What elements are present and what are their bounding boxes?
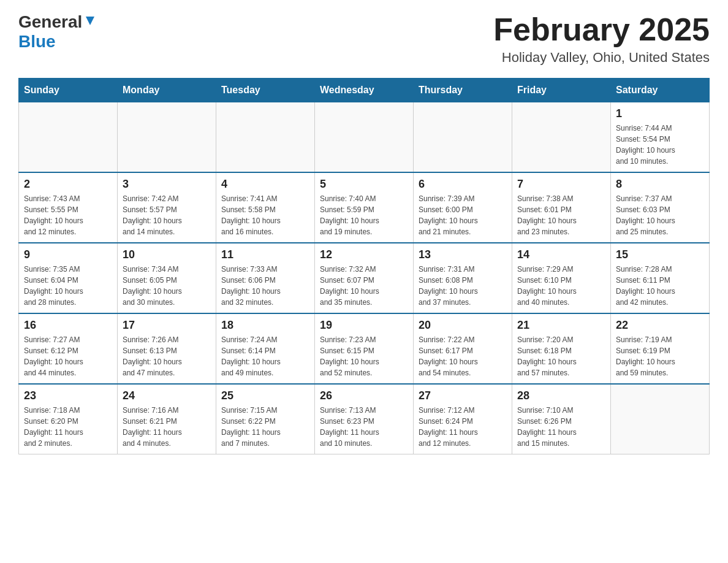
day-number: 28 [517, 389, 605, 402]
day-info: Sunrise: 7:16 AMSunset: 6:21 PMDaylight:… [123, 405, 211, 449]
logo-arrow-icon [83, 14, 97, 28]
table-row: 28Sunrise: 7:10 AMSunset: 6:26 PMDayligh… [512, 384, 611, 454]
day-info: Sunrise: 7:40 AMSunset: 5:59 PMDaylight:… [320, 193, 408, 237]
day-info: Sunrise: 7:41 AMSunset: 5:58 PMDaylight:… [221, 193, 309, 237]
table-row [414, 102, 512, 173]
day-info: Sunrise: 7:22 AMSunset: 6:17 PMDaylight:… [419, 334, 507, 378]
table-row: 18Sunrise: 7:24 AMSunset: 6:14 PMDayligh… [216, 313, 315, 384]
table-row: 15Sunrise: 7:28 AMSunset: 6:11 PMDayligh… [611, 243, 710, 313]
day-number: 22 [616, 319, 704, 332]
table-row: 11Sunrise: 7:33 AMSunset: 6:06 PMDayligh… [216, 243, 315, 313]
day-number: 19 [320, 319, 408, 332]
col-friday: Friday [512, 79, 611, 102]
table-row: 5Sunrise: 7:40 AMSunset: 5:59 PMDaylight… [315, 172, 414, 243]
table-row: 7Sunrise: 7:38 AMSunset: 6:01 PMDaylight… [512, 172, 611, 243]
table-row: 26Sunrise: 7:13 AMSunset: 6:23 PMDayligh… [315, 384, 414, 454]
day-number: 21 [517, 319, 605, 332]
table-row: 21Sunrise: 7:20 AMSunset: 6:18 PMDayligh… [512, 313, 611, 384]
day-number: 27 [419, 389, 507, 402]
day-number: 4 [221, 178, 309, 191]
day-number: 2 [24, 178, 112, 191]
table-row: 25Sunrise: 7:15 AMSunset: 6:22 PMDayligh… [216, 384, 315, 454]
day-number: 9 [24, 248, 112, 261]
day-info: Sunrise: 7:34 AMSunset: 6:05 PMDaylight:… [123, 264, 211, 308]
table-row: 14Sunrise: 7:29 AMSunset: 6:10 PMDayligh… [512, 243, 611, 313]
table-row: 23Sunrise: 7:18 AMSunset: 6:20 PMDayligh… [19, 384, 118, 454]
table-row: 13Sunrise: 7:31 AMSunset: 6:08 PMDayligh… [414, 243, 512, 313]
table-row: 6Sunrise: 7:39 AMSunset: 6:00 PMDaylight… [414, 172, 512, 243]
table-row: 22Sunrise: 7:19 AMSunset: 6:19 PMDayligh… [611, 313, 710, 384]
day-number: 24 [123, 389, 211, 402]
day-info: Sunrise: 7:12 AMSunset: 6:24 PMDaylight:… [419, 405, 507, 449]
location-subtitle: Holiday Valley, Ohio, United States [493, 50, 710, 66]
table-row [315, 102, 414, 173]
day-info: Sunrise: 7:27 AMSunset: 6:12 PMDaylight:… [24, 334, 112, 378]
day-info: Sunrise: 7:13 AMSunset: 6:23 PMDaylight:… [320, 405, 408, 449]
table-row: 17Sunrise: 7:26 AMSunset: 6:13 PMDayligh… [118, 313, 216, 384]
day-number: 16 [24, 319, 112, 332]
day-info: Sunrise: 7:29 AMSunset: 6:10 PMDaylight:… [517, 264, 605, 308]
table-row: 1Sunrise: 7:44 AMSunset: 5:54 PMDaylight… [611, 102, 710, 173]
col-saturday: Saturday [611, 79, 710, 102]
table-row: 19Sunrise: 7:23 AMSunset: 6:15 PMDayligh… [315, 313, 414, 384]
month-title: February 2025 [493, 12, 710, 47]
day-info: Sunrise: 7:26 AMSunset: 6:13 PMDaylight:… [123, 334, 211, 378]
table-row [19, 102, 118, 173]
col-thursday: Thursday [414, 79, 512, 102]
day-info: Sunrise: 7:43 AMSunset: 5:55 PMDaylight:… [24, 193, 112, 237]
day-number: 26 [320, 389, 408, 402]
calendar-header-row: Sunday Monday Tuesday Wednesday Thursday… [19, 79, 710, 102]
calendar-week-row: 1Sunrise: 7:44 AMSunset: 5:54 PMDaylight… [19, 102, 710, 173]
table-row: 27Sunrise: 7:12 AMSunset: 6:24 PMDayligh… [414, 384, 512, 454]
day-number: 3 [123, 178, 211, 191]
day-info: Sunrise: 7:23 AMSunset: 6:15 PMDaylight:… [320, 334, 408, 378]
day-number: 12 [320, 248, 408, 261]
table-row: 24Sunrise: 7:16 AMSunset: 6:21 PMDayligh… [118, 384, 216, 454]
table-row: 4Sunrise: 7:41 AMSunset: 5:58 PMDaylight… [216, 172, 315, 243]
day-info: Sunrise: 7:28 AMSunset: 6:11 PMDaylight:… [616, 264, 704, 308]
day-number: 8 [616, 178, 704, 191]
svg-marker-0 [86, 17, 94, 25]
day-info: Sunrise: 7:38 AMSunset: 6:01 PMDaylight:… [517, 193, 605, 237]
page-header: General Blue February 2025 Holiday Valle… [18, 12, 710, 66]
table-row [118, 102, 216, 173]
day-info: Sunrise: 7:37 AMSunset: 6:03 PMDaylight:… [616, 193, 704, 237]
day-info: Sunrise: 7:35 AMSunset: 6:04 PMDaylight:… [24, 264, 112, 308]
title-section: February 2025 Holiday Valley, Ohio, Unit… [493, 12, 710, 66]
table-row: 10Sunrise: 7:34 AMSunset: 6:05 PMDayligh… [118, 243, 216, 313]
calendar-week-row: 9Sunrise: 7:35 AMSunset: 6:04 PMDaylight… [19, 243, 710, 313]
logo-general-text: General [18, 12, 82, 32]
day-number: 7 [517, 178, 605, 191]
col-monday: Monday [118, 79, 216, 102]
day-info: Sunrise: 7:15 AMSunset: 6:22 PMDaylight:… [221, 405, 309, 449]
day-number: 5 [320, 178, 408, 191]
day-number: 1 [616, 107, 704, 120]
table-row: 8Sunrise: 7:37 AMSunset: 6:03 PMDaylight… [611, 172, 710, 243]
calendar-week-row: 23Sunrise: 7:18 AMSunset: 6:20 PMDayligh… [19, 384, 710, 454]
table-row [611, 384, 710, 454]
calendar-table: Sunday Monday Tuesday Wednesday Thursday… [18, 78, 710, 454]
day-info: Sunrise: 7:18 AMSunset: 6:20 PMDaylight:… [24, 405, 112, 449]
day-info: Sunrise: 7:20 AMSunset: 6:18 PMDaylight:… [517, 334, 605, 378]
day-info: Sunrise: 7:42 AMSunset: 5:57 PMDaylight:… [123, 193, 211, 237]
table-row [216, 102, 315, 173]
day-number: 11 [221, 248, 309, 261]
day-number: 17 [123, 319, 211, 332]
day-info: Sunrise: 7:39 AMSunset: 6:00 PMDaylight:… [419, 193, 507, 237]
day-info: Sunrise: 7:24 AMSunset: 6:14 PMDaylight:… [221, 334, 309, 378]
table-row: 16Sunrise: 7:27 AMSunset: 6:12 PMDayligh… [19, 313, 118, 384]
day-number: 6 [419, 178, 507, 191]
logo: General Blue [18, 12, 97, 52]
day-number: 20 [419, 319, 507, 332]
day-info: Sunrise: 7:10 AMSunset: 6:26 PMDaylight:… [517, 405, 605, 449]
day-info: Sunrise: 7:19 AMSunset: 6:19 PMDaylight:… [616, 334, 704, 378]
day-number: 13 [419, 248, 507, 261]
day-info: Sunrise: 7:44 AMSunset: 5:54 PMDaylight:… [616, 123, 704, 167]
day-number: 10 [123, 248, 211, 261]
table-row [512, 102, 611, 173]
calendar-week-row: 16Sunrise: 7:27 AMSunset: 6:12 PMDayligh… [19, 313, 710, 384]
table-row: 12Sunrise: 7:32 AMSunset: 6:07 PMDayligh… [315, 243, 414, 313]
logo-blue-text: Blue [18, 32, 56, 51]
table-row: 9Sunrise: 7:35 AMSunset: 6:04 PMDaylight… [19, 243, 118, 313]
day-number: 18 [221, 319, 309, 332]
